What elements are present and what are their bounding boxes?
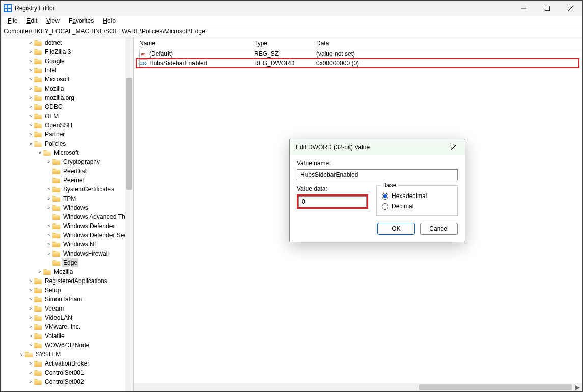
tree-node[interactable]: >ControlSet002: [4, 377, 133, 386]
tree-node[interactable]: >WindowsFirewall: [4, 249, 133, 258]
list-row[interactable]: ab(Default) REG_SZ (value not set): [134, 49, 582, 59]
tree-node[interactable]: >dotnet: [4, 38, 133, 47]
tree-node[interactable]: >ActivationBroker: [4, 359, 133, 368]
tree-node[interactable]: ∨Policies: [4, 139, 133, 148]
chevron-right-icon[interactable]: >: [27, 314, 34, 321]
maximize-button[interactable]: [536, 1, 559, 16]
tree-node[interactable]: >Windows Advanced Th: [4, 212, 133, 221]
chevron-right-icon[interactable]: >: [27, 67, 34, 74]
tree-node[interactable]: >Microsoft: [4, 75, 133, 84]
tree-node[interactable]: >VMware, Inc.: [4, 322, 133, 331]
chevron-right-icon[interactable]: >: [45, 204, 52, 211]
chevron-right-icon[interactable]: >: [27, 131, 34, 138]
chevron-right-icon[interactable]: >: [45, 232, 52, 239]
chevron-right-icon[interactable]: >: [27, 378, 34, 385]
tree-node[interactable]: >PeerDist: [4, 166, 133, 176]
tree-node[interactable]: >ControlSet001: [4, 368, 133, 377]
chevron-right-icon[interactable]: >: [45, 186, 52, 193]
radio-hexadecimal[interactable]: Hexadecimal: [382, 191, 452, 201]
chevron-right-icon[interactable]: >: [27, 39, 34, 46]
chevron-right-icon[interactable]: >: [27, 296, 34, 303]
value-data-input[interactable]: [298, 196, 367, 207]
chevron-right-icon[interactable]: >: [27, 85, 34, 92]
chevron-right-icon[interactable]: >: [27, 94, 34, 101]
tree-scrollbar[interactable]: [125, 37, 133, 391]
tree-node[interactable]: >SystemCertificates: [4, 185, 133, 194]
tree-node[interactable]: >Volatile: [4, 331, 133, 341]
tree-node[interactable]: >ODBC: [4, 102, 133, 111]
tree-node[interactable]: >RegisteredApplications: [4, 276, 133, 286]
chevron-right-icon[interactable]: >: [27, 369, 34, 376]
dialog-titlebar[interactable]: Edit DWORD (32-bit) Value: [290, 139, 465, 155]
scrollbar-thumb[interactable]: [419, 384, 572, 390]
menu-edit[interactable]: Edit: [22, 17, 41, 25]
tree-node[interactable]: >Windows NT: [4, 240, 133, 249]
ok-button[interactable]: OK: [377, 223, 415, 235]
chevron-right-icon[interactable]: >: [45, 250, 52, 257]
close-button[interactable]: [559, 1, 582, 16]
radio-decimal[interactable]: Decimal: [382, 201, 452, 211]
cancel-button[interactable]: Cancel: [420, 223, 458, 235]
tree-node[interactable]: >Windows Defender: [4, 221, 133, 231]
tree-node[interactable]: >WOW6432Node: [4, 341, 133, 350]
tree-node[interactable]: >Mozilla: [4, 84, 133, 93]
chevron-down-icon[interactable]: ∨: [36, 149, 43, 156]
chevron-right-icon[interactable]: >: [27, 76, 34, 83]
chevron-down-icon[interactable]: ∨: [18, 351, 25, 358]
dialog-close-button[interactable]: [447, 142, 461, 153]
tree-node-selected[interactable]: >Edge: [4, 258, 133, 267]
chevron-down-icon[interactable]: ∨: [27, 140, 34, 147]
chevron-right-icon[interactable]: >: [45, 222, 52, 230]
tree-node[interactable]: ∨SYSTEM: [4, 350, 133, 359]
tree-node[interactable]: >Windows: [4, 203, 133, 212]
chevron-right-icon[interactable]: >: [36, 268, 43, 275]
chevron-right-icon[interactable]: >: [27, 48, 34, 55]
column-data[interactable]: Data: [311, 40, 582, 47]
address-bar[interactable]: Computer\HKEY_LOCAL_MACHINE\SOFTWARE\Pol…: [1, 26, 582, 37]
tree-node[interactable]: >SimonTatham: [4, 295, 133, 304]
chevron-right-icon[interactable]: >: [45, 195, 52, 202]
chevron-right-icon[interactable]: >: [45, 241, 52, 248]
menu-favorites[interactable]: Favorites: [65, 17, 98, 25]
tree-node[interactable]: >Veeam: [4, 304, 133, 313]
column-name[interactable]: Name: [134, 40, 249, 47]
tree-node[interactable]: >Google: [4, 57, 133, 66]
tree-node[interactable]: >Windows Defender Sec: [4, 231, 133, 240]
tree-node[interactable]: >OpenSSH: [4, 121, 133, 130]
tree-node[interactable]: >mozilla.org: [4, 93, 133, 102]
tree-node[interactable]: >Intel: [4, 66, 133, 75]
chevron-right-icon[interactable]: >: [27, 305, 34, 312]
chevron-right-icon[interactable]: >: [27, 113, 34, 120]
column-type[interactable]: Type: [249, 40, 311, 47]
minimize-button[interactable]: [512, 1, 536, 16]
tree-node[interactable]: >FileZilla 3: [4, 47, 133, 57]
tree-node[interactable]: >Partner: [4, 130, 133, 139]
chevron-right-icon[interactable]: >: [27, 360, 34, 367]
chevron-right-icon[interactable]: >: [27, 103, 34, 110]
list-horizontal-scrollbar[interactable]: ▶: [134, 383, 582, 391]
value-name-input[interactable]: [297, 169, 458, 180]
tree-node[interactable]: >VideoLAN: [4, 313, 133, 322]
menu-file[interactable]: File: [4, 17, 21, 25]
menu-help[interactable]: Help: [99, 17, 120, 25]
chevron-right-icon[interactable]: >: [27, 58, 34, 65]
tree-node[interactable]: >OEM: [4, 111, 133, 121]
tree-node[interactable]: >Peernet: [4, 176, 133, 185]
value-name-label: Value name:: [297, 160, 458, 167]
chevron-right-icon[interactable]: >: [27, 342, 34, 349]
chevron-right-icon[interactable]: >: [27, 287, 34, 294]
chevron-right-icon[interactable]: >: [27, 332, 34, 340]
tree-node[interactable]: >TPM: [4, 194, 133, 203]
tree-node[interactable]: >Setup: [4, 286, 133, 295]
menu-view[interactable]: View: [42, 17, 64, 25]
chevron-right-icon[interactable]: >: [45, 158, 52, 165]
scroll-right-arrow-icon[interactable]: ▶: [573, 383, 581, 391]
chevron-right-icon[interactable]: >: [27, 122, 34, 129]
tree-scrollbar-thumb[interactable]: [126, 78, 132, 190]
chevron-right-icon[interactable]: >: [27, 323, 34, 330]
tree-node[interactable]: >Mozilla: [4, 267, 133, 276]
tree-node[interactable]: >Cryptography: [4, 157, 133, 166]
tree-node[interactable]: ∨Microsoft: [4, 148, 133, 157]
chevron-right-icon[interactable]: >: [27, 277, 34, 285]
list-row[interactable]: 110HubsSidebarEnabled REG_DWORD 0x000000…: [134, 59, 582, 68]
